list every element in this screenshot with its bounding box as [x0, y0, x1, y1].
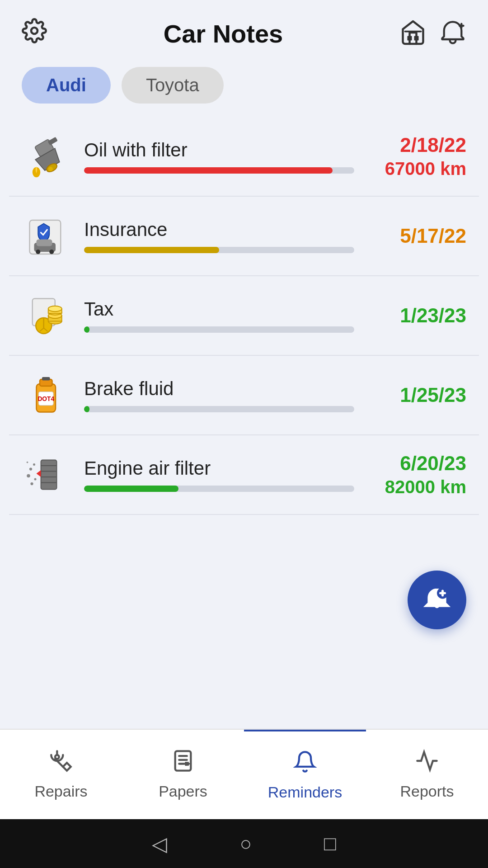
svg-marker-41 [37, 470, 41, 477]
header: Car Notes [0, 0, 488, 58]
brake-fluid-date-wrap: 1/25/23 [367, 384, 466, 406]
oil-name: Oil with filter [84, 139, 354, 161]
tax-content: Tax [84, 298, 354, 333]
nav-item-papers[interactable]: Papers [122, 730, 244, 819]
svg-point-37 [27, 474, 30, 478]
reminder-item-engine-air[interactable]: Engine air filter 6/20/23 82000 km [9, 435, 479, 515]
header-right [399, 19, 466, 48]
reminders-icon [293, 750, 317, 779]
oil-progress-fill [84, 167, 333, 174]
insurance-date: 5/17/22 [400, 225, 466, 247]
brake-fluid-date: 1/25/23 [400, 384, 466, 406]
bottom-nav: Repairs Papers [0, 729, 488, 819]
tab-toyota[interactable]: Toyota [122, 67, 224, 104]
svg-point-15 [36, 250, 40, 254]
reminder-item-tax[interactable]: Tax 1/23/23 [9, 276, 479, 356]
tax-icon [22, 291, 71, 340]
svg-rect-14 [37, 240, 52, 246]
svg-rect-30 [41, 460, 57, 490]
papers-icon [171, 749, 195, 778]
settings-icon[interactable] [22, 18, 47, 49]
insurance-progress-fill [84, 247, 219, 253]
nav-item-reminders[interactable]: Reminders [244, 730, 366, 819]
svg-point-36 [33, 463, 35, 466]
brake-fluid-icon: DOT4 [22, 370, 71, 420]
insurance-icon [22, 211, 71, 261]
app-title: Car Notes [47, 19, 399, 48]
app-container: Car Notes Aud [0, 0, 488, 868]
recent-button[interactable]: □ [324, 832, 336, 855]
svg-point-16 [49, 250, 54, 254]
oil-progress-bg [84, 167, 354, 174]
oil-km: 67000 km [385, 159, 466, 179]
nav-reminders-label: Reminders [268, 783, 342, 801]
nav-reports-label: Reports [400, 783, 454, 800]
tax-name: Tax [84, 298, 354, 320]
insurance-content: Insurance [84, 219, 354, 253]
garage-icon[interactable] [399, 19, 427, 48]
tax-date: 1/23/23 [400, 305, 466, 326]
nav-papers-label: Papers [159, 783, 207, 800]
engine-air-icon [22, 450, 71, 500]
oil-date: 2/18/22 [400, 134, 466, 156]
insurance-date-wrap: 5/17/22 [367, 225, 466, 247]
reminder-item-insurance[interactable]: Insurance 5/17/22 [9, 197, 479, 276]
oil-content: Oil with filter [84, 139, 354, 174]
engine-air-progress-bg [84, 486, 354, 492]
engine-air-name: Engine air filter [84, 458, 354, 479]
insurance-name: Insurance [84, 219, 354, 241]
tax-date-wrap: 1/23/23 [367, 305, 466, 326]
brake-fluid-content: Brake fluid [84, 378, 354, 412]
repairs-icon [49, 749, 73, 778]
reminder-item-oil[interactable]: Oil with filter 2/18/22 67000 km [9, 117, 479, 197]
brake-fluid-name: Brake fluid [84, 378, 354, 400]
svg-point-39 [30, 482, 33, 485]
engine-air-progress-fill [84, 486, 178, 492]
android-nav-bar: ◁ ○ □ [0, 819, 488, 868]
reports-icon [415, 749, 439, 778]
back-button[interactable]: ◁ [152, 832, 167, 855]
add-notification-icon[interactable] [439, 19, 466, 48]
svg-text:DOT4: DOT4 [38, 396, 54, 402]
svg-point-0 [31, 28, 38, 34]
svg-point-35 [29, 467, 32, 470]
reminder-item-brake-fluid[interactable]: DOT4 Brake fluid 1/25/23 [9, 356, 479, 435]
reminder-list: Oil with filter 2/18/22 67000 km [0, 117, 488, 729]
engine-air-content: Engine air filter [84, 458, 354, 492]
car-tabs: Audi Toyota [0, 58, 488, 117]
nav-repairs-label: Repairs [34, 783, 87, 800]
svg-point-40 [27, 462, 28, 463]
tab-audi[interactable]: Audi [22, 67, 111, 104]
engine-air-km: 82000 km [385, 477, 466, 497]
engine-air-date: 6/20/23 [400, 453, 466, 474]
tax-progress-fill [84, 326, 89, 333]
svg-point-38 [34, 478, 37, 481]
engine-air-date-wrap: 6/20/23 82000 km [367, 453, 466, 497]
oil-date-wrap: 2/18/22 67000 km [367, 134, 466, 179]
svg-rect-27 [42, 377, 50, 381]
oil-icon [22, 132, 71, 181]
brake-fluid-progress-bg [84, 406, 354, 412]
add-reminder-fab[interactable] [408, 571, 466, 629]
insurance-progress-bg [84, 247, 354, 253]
nav-item-repairs[interactable]: Repairs [0, 730, 122, 819]
nav-item-reports[interactable]: Reports [366, 730, 488, 819]
svg-point-24 [48, 306, 62, 312]
home-button[interactable]: ○ [239, 832, 252, 855]
brake-fluid-progress-fill [84, 406, 89, 412]
svg-rect-2 [414, 36, 419, 41]
svg-rect-1 [408, 36, 412, 41]
tax-progress-bg [84, 326, 354, 333]
